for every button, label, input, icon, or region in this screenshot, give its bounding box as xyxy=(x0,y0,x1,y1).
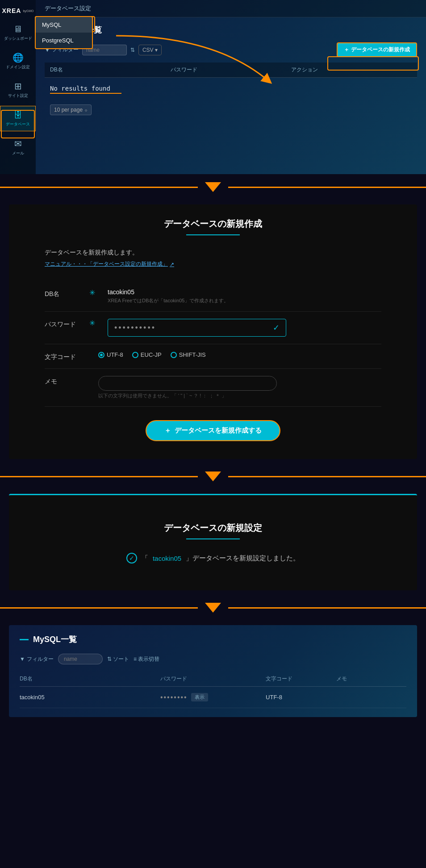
charset-utf8-label: UTF-8 xyxy=(107,351,123,358)
csv-label: CSV xyxy=(142,47,154,53)
required-mark-password: ✳ xyxy=(89,319,95,327)
charset-utf8[interactable]: UTF-8 xyxy=(98,351,123,358)
field-label-password: パスワード xyxy=(45,319,80,329)
s4-view-icon: ≡ xyxy=(134,656,137,662)
charset-shiftjis[interactable]: SHIFT-JIS xyxy=(171,351,206,358)
success-circle-icon: ✓ xyxy=(126,553,137,563)
form-description: データベースを新規作成します。 xyxy=(45,249,381,257)
sidebar-item-domain[interactable]: 🌐 ドメイン設定 xyxy=(0,49,36,74)
s4-filter-label: ▼ フィルター xyxy=(20,655,54,663)
col-header-password: パスワード xyxy=(171,66,291,74)
field-label-charset: 文字コード xyxy=(45,351,80,361)
external-link-icon: ↗ xyxy=(170,261,174,267)
top-bar-label: データベース設定 xyxy=(45,5,91,12)
password-input-field[interactable]: •••••••••• ✓ xyxy=(108,319,286,337)
domain-icon: 🌐 xyxy=(13,52,24,63)
success-message: ✓ 「tacokin05」データベースを新規設定しました。 xyxy=(45,553,381,563)
col-header-dbname: DB名 xyxy=(50,66,171,74)
submit-create-db-button[interactable]: ＋ データベースを新規作成する xyxy=(146,420,280,441)
s4-view-toggle-button[interactable]: ≡ 表示切替 xyxy=(134,655,159,663)
cell-password: •••••••• 表示 xyxy=(160,693,266,701)
logo-area: XREA byGMO xyxy=(0,4,36,17)
field-value-dbname: tacokin05 xyxy=(108,288,229,296)
success-title: データベースの新規設定 xyxy=(45,522,381,534)
pw-dots: •••••••• xyxy=(160,693,188,701)
database-icon: 🗄 xyxy=(13,110,22,120)
new-db-button[interactable]: ＋ データベースの新規作成 xyxy=(337,42,417,57)
memo-input[interactable] xyxy=(98,376,277,391)
form-row-password: パスワード ✳ •••••••••• ✓ xyxy=(45,312,381,344)
db-type-dropdown: MySQL PostgreSQL xyxy=(35,16,93,49)
create-db-form: データベースの新規作成 データベースを新規作成します。 マニュアル・・・「データ… xyxy=(9,204,417,459)
field-hint-dbname: XREA FreeではDB名が「tacokin05」で作成されます。 xyxy=(108,297,229,304)
divider-arrow-1 xyxy=(205,182,221,192)
sidebar-item-site[interactable]: ⊞ サイト設定 xyxy=(0,77,36,102)
site-icon: ⊞ xyxy=(14,81,22,92)
table-header: DB名 パスワード アクション xyxy=(45,63,417,78)
sidebar-item-mail[interactable]: ✉ メール xyxy=(0,135,36,160)
form-row-charset: 文字コード UTF-8 EUC-JP SHIFT-JIS xyxy=(45,344,381,369)
s4-col-memo: メモ xyxy=(336,675,406,683)
radio-eucjp-dot xyxy=(132,352,138,358)
no-results-underline xyxy=(50,93,121,94)
plus-icon: ＋ xyxy=(344,46,349,54)
charset-radio-group: UTF-8 EUC-JP SHIFT-JIS xyxy=(98,351,206,358)
no-results-text: No results found xyxy=(45,78,417,101)
s4-col-charset: 文字コード xyxy=(266,675,336,683)
s4-title-row: MySQL一覧 xyxy=(20,634,406,645)
cell-dbname: tacokin05 xyxy=(20,694,160,701)
success-text-suffix: 」データベースを新規設定しました。 xyxy=(186,554,300,563)
manual-link-text: マニュアル・・・「データベース設定の新規作成」 xyxy=(45,260,168,268)
submit-label: データベースを新規作成する xyxy=(175,426,262,435)
show-password-button[interactable]: 表示 xyxy=(191,693,208,701)
page-section: MySQL一覧 ▼ フィルター ⇅ CSV ▾ ＋ データベースの新規作成 xyxy=(36,17,426,174)
submit-plus-icon: ＋ xyxy=(164,426,171,435)
sidebar: XREA byGMO 🖥 ダッシュボード 🌐 ドメイン設定 ⊞ サイト設定 🗄 … xyxy=(0,0,36,174)
success-highlight-name: tacokin05 xyxy=(153,555,181,562)
divider-1 xyxy=(0,178,426,196)
dropdown-item-postgresql[interactable]: PostgreSQL xyxy=(36,33,92,48)
per-page-label: 10 per page xyxy=(54,107,83,113)
radio-shiftjis-dot xyxy=(171,352,177,358)
radio-utf8-dot xyxy=(98,352,104,358)
logo-text: XREA xyxy=(2,7,21,14)
sidebar-item-label: メール xyxy=(12,150,24,156)
sidebar-item-database[interactable]: 🗄 データベース xyxy=(0,106,36,131)
success-section: データベースの新規設定 ✓ 「tacokin05」データベースを新規設定しました… xyxy=(9,494,417,590)
sidebar-item-label: ダッシュボード xyxy=(4,36,32,42)
sidebar-item-label: データベース xyxy=(6,121,30,127)
table-row: tacokin05 •••••••• 表示 UTF-8 xyxy=(20,687,406,708)
success-title-underline xyxy=(186,538,240,539)
s4-filter-input[interactable] xyxy=(58,654,103,664)
s4-sort-button[interactable]: ⇅ ソート xyxy=(107,655,129,663)
s4-view-label: 表示切替 xyxy=(138,655,159,663)
logo-sub: byGMO xyxy=(23,9,33,13)
mail-icon: ✉ xyxy=(14,138,22,149)
per-page-select[interactable]: 10 per page ⬦ xyxy=(50,104,92,115)
csv-button[interactable]: CSV ▾ xyxy=(138,45,162,55)
sidebar-item-label: ドメイン設定 xyxy=(6,64,30,70)
form-title: データベースの新規作成 xyxy=(45,218,381,230)
form-row-dbname: DB名 ✳ tacokin05 XREA FreeではDB名が「tacokin0… xyxy=(45,281,381,312)
sidebar-item-dashboard[interactable]: 🖥 ダッシュボード xyxy=(0,21,36,45)
sort-icon: ⇅ xyxy=(130,47,135,53)
dashboard-icon: 🖥 xyxy=(13,24,22,34)
mysql-list-section: MySQL一覧 ▼ フィルター ⇅ ソート ≡ 表示切替 DB名 パスワード 文… xyxy=(9,625,417,717)
password-dots: •••••••••• xyxy=(114,323,156,333)
page-title-row: MySQL一覧 xyxy=(45,25,417,35)
s4-toolbar: ▼ フィルター ⇅ ソート ≡ 表示切替 xyxy=(20,654,406,664)
dropdown-item-mysql[interactable]: MySQL xyxy=(36,17,92,33)
sort-button[interactable]: ⇅ xyxy=(130,47,135,53)
s4-title-dash xyxy=(20,639,29,640)
s4-sort-icon: ⇅ xyxy=(107,656,112,662)
new-db-label: データベースの新規作成 xyxy=(351,46,410,54)
divider-2 xyxy=(0,467,426,486)
divider-arrow-3 xyxy=(205,603,221,613)
s4-sort-label: ソート xyxy=(113,655,129,663)
charset-eucjp[interactable]: EUC-JP xyxy=(132,351,162,358)
charset-shiftjis-label: SHIFT-JIS xyxy=(179,351,206,358)
field-label-dbname: DB名 xyxy=(45,288,80,298)
form-manual-link[interactable]: マニュアル・・・「データベース設定の新規作成」 ↗ xyxy=(45,260,174,268)
charset-eucjp-label: EUC-JP xyxy=(141,351,162,358)
top-bar: データベース設定 xyxy=(36,0,426,17)
